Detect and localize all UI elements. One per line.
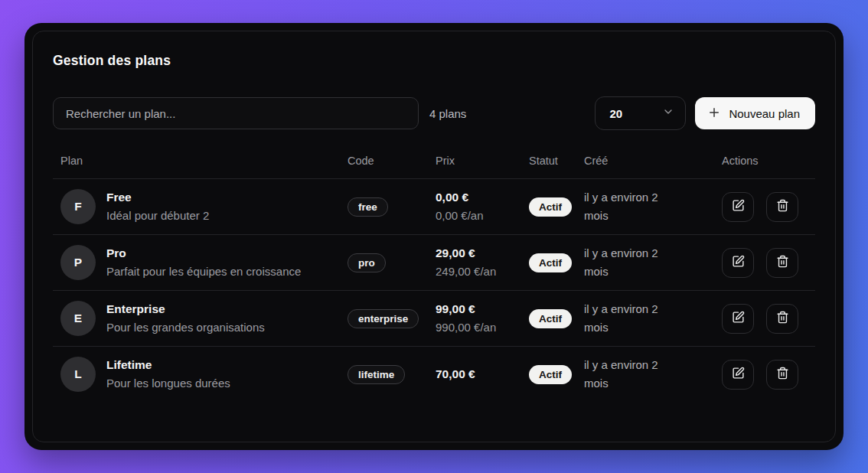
column-header-cree: Créé: [584, 155, 722, 167]
plan-description: Parfait pour les équipes en croissance: [106, 263, 301, 281]
avatar: F: [60, 189, 96, 224]
price-monthly: 99,00 €: [436, 300, 529, 318]
table-row: P Pro Parfait pour les équipes en croiss…: [53, 234, 815, 290]
plans-table: Plan Code Prix Statut Créé Actions F Fre…: [53, 155, 815, 402]
table-row: L Lifetime Pour les longues durées lifet…: [53, 346, 815, 402]
edit-icon: [732, 199, 745, 214]
table-header-row: Plan Code Prix Statut Créé Actions: [53, 155, 815, 178]
avatar-initial: F: [74, 200, 81, 214]
table-body: F Free Idéal pour débuter 2 free 0,00 € …: [53, 178, 815, 402]
status-badge: Actif: [529, 253, 572, 272]
plan-description: Idéal pour débuter 2: [106, 207, 209, 225]
code-badge: lifetime: [348, 365, 405, 384]
price-monthly: 29,00 €: [436, 244, 529, 263]
page-title: Gestion des plans: [53, 53, 815, 69]
plans-count: 4 plans: [429, 107, 466, 120]
delete-button[interactable]: [766, 360, 798, 390]
edit-icon: [732, 367, 745, 382]
new-plan-button[interactable]: Nouveau plan: [695, 97, 815, 129]
plans-card: Gestion des plans 4 plans 20 Nouveau pla…: [24, 23, 844, 450]
avatar-initial: L: [74, 367, 81, 381]
delete-button[interactable]: [766, 248, 798, 278]
column-header-actions: Actions: [722, 155, 815, 167]
created-date: il y a environ 2 mois: [584, 188, 682, 225]
code-badge: pro: [348, 253, 386, 272]
plan-name: Lifetime: [106, 356, 230, 374]
search-input[interactable]: [53, 97, 419, 129]
table-row: E Enterprise Pour les grandes organisati…: [53, 290, 815, 346]
plan-description: Pour les longues durées: [106, 374, 230, 393]
plans-panel: Gestion des plans 4 plans 20 Nouveau pla…: [32, 31, 836, 442]
created-date: il y a environ 2 mois: [584, 300, 682, 337]
edit-button[interactable]: [722, 192, 754, 222]
edit-button[interactable]: [722, 248, 754, 278]
price-yearly: 990,00 €/an: [436, 318, 529, 337]
plan-name: Enterprise: [106, 300, 265, 318]
created-date: il y a environ 2 mois: [584, 356, 682, 393]
plan-description: Pour les grandes organisations: [106, 318, 265, 337]
chevron-down-icon: [662, 106, 674, 121]
plan-name: Pro: [106, 244, 301, 263]
column-header-code: Code: [348, 155, 436, 167]
avatar: E: [60, 301, 96, 336]
status-badge: Actif: [529, 365, 572, 384]
code-badge: enterprise: [348, 309, 419, 328]
created-date: il y a environ 2 mois: [584, 244, 682, 281]
price-yearly: 0,00 €/an: [436, 207, 529, 225]
table-row: F Free Idéal pour débuter 2 free 0,00 € …: [53, 178, 815, 234]
edit-icon: [732, 255, 745, 270]
delete-button[interactable]: [766, 304, 798, 334]
price-monthly: 0,00 €: [436, 188, 529, 207]
price-yearly: 249,00 €/an: [436, 263, 529, 281]
avatar: P: [60, 245, 96, 280]
toolbar: 4 plans 20 Nouveau plan: [53, 96, 815, 130]
delete-button[interactable]: [766, 192, 798, 222]
edit-button[interactable]: [722, 360, 754, 390]
column-header-plan: Plan: [53, 155, 348, 167]
page-size-value: 20: [609, 107, 622, 120]
edit-button[interactable]: [722, 304, 754, 334]
avatar: L: [60, 357, 96, 392]
new-plan-label: Nouveau plan: [729, 107, 800, 120]
plan-name: Free: [106, 188, 209, 207]
trash-icon: [776, 199, 789, 214]
column-header-prix: Prix: [436, 155, 529, 167]
trash-icon: [776, 255, 789, 270]
page-background: Gestion des plans 4 plans 20 Nouveau pla…: [0, 0, 868, 473]
code-badge: free: [348, 197, 388, 217]
avatar-initial: E: [74, 312, 82, 325]
column-header-statut: Statut: [529, 155, 584, 167]
avatar-initial: P: [74, 256, 82, 269]
trash-icon: [776, 311, 789, 326]
page-size-select[interactable]: 20: [595, 96, 686, 130]
plus-icon: [707, 106, 721, 122]
edit-icon: [732, 311, 745, 326]
trash-icon: [776, 367, 789, 382]
status-badge: Actif: [529, 309, 572, 328]
status-badge: Actif: [529, 197, 572, 217]
price-monthly: 70,00 €: [436, 365, 529, 383]
